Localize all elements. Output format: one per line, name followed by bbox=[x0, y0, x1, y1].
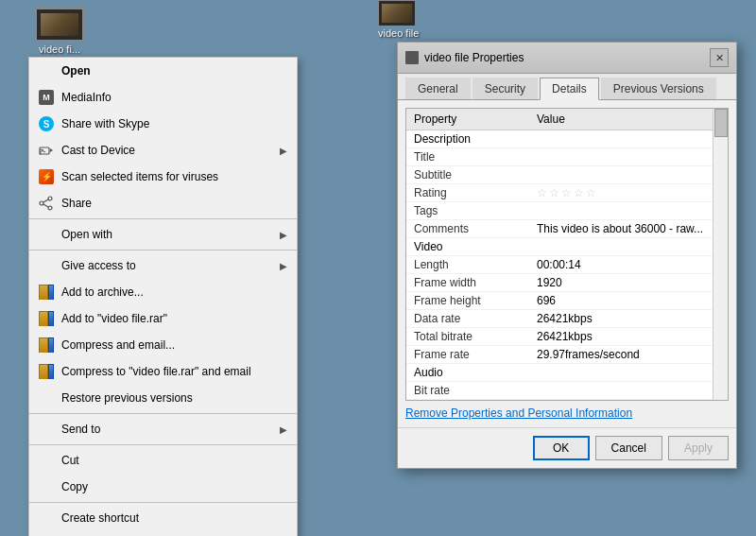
file-icon-label: video fi... bbox=[26, 43, 93, 55]
row-bit-rate: Bit rate bbox=[406, 382, 728, 400]
row-subtitle: Subtitle bbox=[406, 166, 728, 184]
tab-details[interactable]: Details bbox=[540, 78, 599, 100]
prop-frame-height: Frame height bbox=[406, 292, 529, 310]
tab-security[interactable]: Security bbox=[472, 78, 538, 99]
cut-label: Cut bbox=[61, 454, 287, 467]
context-menu-share[interactable]: Share bbox=[29, 190, 297, 216]
val-length: 00:00:14 bbox=[529, 256, 728, 274]
row-length: Length 00:00:14 bbox=[406, 256, 728, 274]
properties-dialog: video file Properties ✕ General Security… bbox=[397, 42, 737, 469]
prop-comments: Comments bbox=[406, 220, 529, 238]
row-rating: Rating ☆ ☆ ☆ ☆ ☆ bbox=[406, 184, 728, 202]
prop-data-rate: Data rate bbox=[406, 310, 529, 328]
prop-bit-rate: Bit rate bbox=[406, 382, 529, 400]
section-description-label: Description bbox=[406, 130, 728, 148]
tab-general[interactable]: General bbox=[405, 78, 471, 99]
section-video: Video bbox=[406, 238, 728, 256]
file-icon-right[interactable]: video file bbox=[378, 0, 419, 39]
context-menu-restore[interactable]: Restore previous versions bbox=[29, 385, 297, 411]
val-bit-rate bbox=[529, 382, 728, 400]
context-menu-cast[interactable]: Cast to Device ▶ bbox=[29, 137, 297, 164]
properties-table: Property Value Description Title bbox=[406, 109, 728, 401]
col-value: Value bbox=[529, 109, 728, 130]
prop-length: Length bbox=[406, 256, 529, 274]
scan-label: Scan selected items for viruses bbox=[61, 170, 287, 183]
apply-button[interactable]: Apply bbox=[668, 436, 729, 460]
scrollbar-thumb[interactable] bbox=[714, 109, 728, 137]
context-menu-skype[interactable]: S Share with Skype bbox=[29, 111, 297, 137]
context-menu: Open M MediaInfo S Share with Skype bbox=[28, 57, 298, 536]
send-to-icon bbox=[37, 420, 56, 439]
context-menu-add-archive[interactable]: Add to archive... bbox=[29, 279, 297, 305]
add-rar-label: Add to "video file.rar" bbox=[61, 312, 287, 325]
separator-2 bbox=[29, 250, 297, 251]
context-menu-open[interactable]: Open bbox=[29, 58, 297, 84]
row-frame-width: Frame width 1920 bbox=[406, 274, 728, 292]
copy-label: Copy bbox=[61, 480, 287, 493]
star-3: ☆ bbox=[561, 186, 572, 199]
context-menu-compress-email[interactable]: Compress and email... bbox=[29, 332, 297, 358]
mediainfo-label: MediaInfo bbox=[61, 91, 287, 104]
send-to-arrow: ▶ bbox=[280, 424, 287, 435]
context-menu-open-with[interactable]: Open with ▶ bbox=[29, 221, 297, 248]
ok-button[interactable]: OK bbox=[533, 436, 590, 460]
cancel-button[interactable]: Cancel bbox=[595, 436, 662, 460]
compress-rar-email-label: Compress to "video file.rar" and email bbox=[61, 365, 287, 378]
scrollbar[interactable] bbox=[713, 109, 728, 400]
svg-line-5 bbox=[43, 199, 48, 202]
col-property: Property bbox=[406, 109, 529, 130]
context-menu-create-shortcut[interactable]: Create shortcut bbox=[29, 505, 297, 531]
context-menu-copy[interactable]: Copy bbox=[29, 474, 297, 500]
val-frame-rate: 29.97frames/second bbox=[529, 346, 728, 364]
section-audio-label: Audio bbox=[406, 364, 728, 382]
val-total-bitrate: 26421kbps bbox=[529, 328, 728, 346]
copy-icon bbox=[37, 477, 56, 496]
file-icon-left[interactable]: video fi... bbox=[26, 8, 93, 55]
prop-rating: Rating bbox=[406, 184, 529, 202]
remove-props-link[interactable]: Remove Properties and Personal Informati… bbox=[405, 406, 729, 420]
context-menu-give-access[interactable]: Give access to ▶ bbox=[29, 252, 297, 279]
mediainfo-icon: M bbox=[37, 88, 56, 107]
star-rating: ☆ ☆ ☆ ☆ ☆ bbox=[537, 186, 720, 199]
svg-line-6 bbox=[43, 204, 48, 207]
dialog-close-button[interactable]: ✕ bbox=[710, 48, 729, 67]
section-video-label: Video bbox=[406, 238, 728, 256]
restore-icon bbox=[37, 389, 56, 407]
prop-subtitle: Subtitle bbox=[406, 166, 529, 184]
row-frame-height: Frame height 696 bbox=[406, 292, 728, 310]
prop-title: Title bbox=[406, 148, 529, 166]
section-description: Description bbox=[406, 130, 728, 148]
row-data-rate: Data rate 26421kbps bbox=[406, 310, 728, 328]
winrar-icon-4 bbox=[37, 362, 56, 381]
svg-point-2 bbox=[48, 197, 52, 200]
context-menu-add-rar[interactable]: Add to "video file.rar" bbox=[29, 305, 297, 332]
open-with-label: Open with bbox=[61, 228, 280, 241]
row-total-bitrate: Total bitrate 26421kbps bbox=[406, 328, 728, 346]
share-label: Share bbox=[61, 197, 287, 210]
context-menu-compress-rar-email[interactable]: Compress to "video file.rar" and email bbox=[29, 358, 297, 385]
properties-table-container: Property Value Description Title bbox=[405, 108, 729, 401]
context-menu-delete[interactable]: Delete bbox=[29, 531, 297, 536]
file-thumbnail-2 bbox=[378, 0, 416, 26]
skype-icon: S bbox=[37, 114, 56, 133]
tab-previous-versions[interactable]: Previous Versions bbox=[601, 78, 716, 99]
add-archive-label: Add to archive... bbox=[61, 285, 287, 299]
file-icon2-label: video file bbox=[378, 27, 419, 39]
context-menu-mediainfo[interactable]: M MediaInfo bbox=[29, 84, 297, 111]
context-menu-scan[interactable]: ⚡ Scan selected items for viruses bbox=[29, 164, 297, 190]
prop-channels: Channels bbox=[406, 400, 529, 402]
compress-email-label: Compress and email... bbox=[61, 338, 287, 352]
open-icon bbox=[37, 61, 56, 80]
cast-icon bbox=[37, 141, 56, 160]
prop-frame-rate: Frame rate bbox=[406, 346, 529, 364]
cast-label: Cast to Device bbox=[61, 144, 280, 157]
val-data-rate: 26421kbps bbox=[529, 310, 728, 328]
svg-point-4 bbox=[40, 201, 43, 205]
svg-point-3 bbox=[48, 206, 52, 210]
file-thumbnail bbox=[35, 8, 84, 42]
context-menu-cut[interactable]: Cut bbox=[29, 447, 297, 474]
winrar-icon-2 bbox=[37, 309, 56, 328]
dialog-title-area: video file Properties bbox=[405, 51, 524, 64]
context-menu-send-to[interactable]: Send to ▶ bbox=[29, 416, 297, 442]
row-comments: Comments This video is about 36000 - raw… bbox=[406, 220, 728, 238]
